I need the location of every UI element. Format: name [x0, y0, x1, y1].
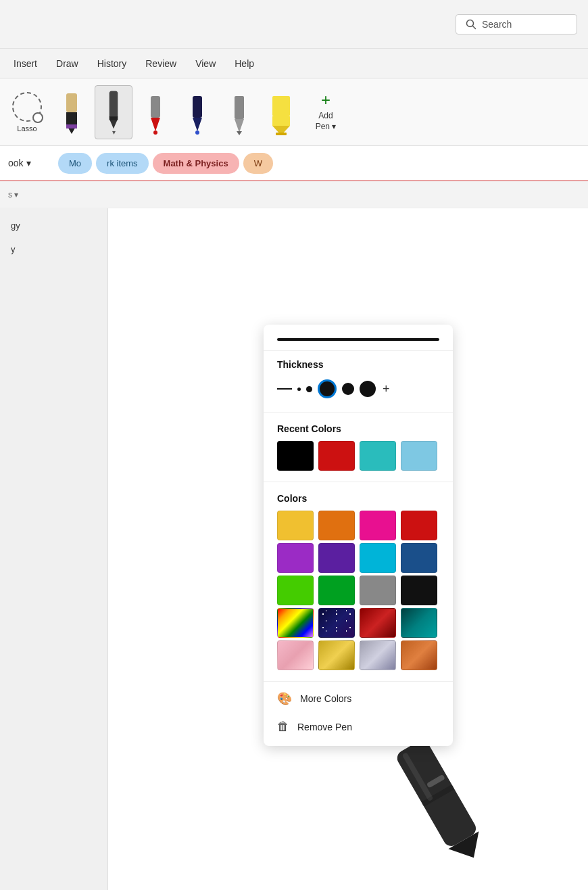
thickness-label: Thickness — [277, 359, 439, 370]
menu-review[interactable]: Review — [137, 54, 185, 73]
thickness-1[interactable] — [277, 388, 292, 390]
pen-dropdown: Thickness + Recent Colors — [264, 325, 453, 746]
add-pen-label: AddPen ▾ — [316, 111, 337, 132]
pen1-svg — [61, 91, 82, 137]
sidebar-item-gy[interactable]: gy — [0, 214, 107, 237]
colors-label: Colors — [277, 493, 439, 504]
pen-tool-3[interactable] — [137, 85, 174, 139]
color-black[interactable] — [401, 576, 437, 605]
texture-teal[interactable] — [401, 608, 437, 638]
menu-view[interactable]: View — [187, 54, 224, 73]
svg-marker-7 — [109, 118, 118, 128]
color-green[interactable] — [318, 576, 355, 605]
svg-point-14 — [195, 131, 199, 135]
notebook-chevron: ▾ — [26, 158, 31, 168]
toolbar: Lasso ▾ — [0, 78, 588, 146]
tab-math-physics[interactable]: Math & Physics — [153, 153, 239, 174]
svg-rect-18 — [272, 96, 290, 116]
tab-mo[interactable]: Mo — [58, 153, 92, 174]
pen-tool-1[interactable] — [53, 85, 91, 139]
color-gray[interactable] — [360, 576, 396, 605]
recent-colors-section: Recent Colors — [264, 415, 453, 479]
section-header: s ▾ — [0, 181, 588, 208]
texture-grid-2 — [277, 640, 439, 670]
menu-bar: Insert Draw History Review View Help — [0, 49, 588, 78]
color-navy[interactable] — [401, 543, 437, 573]
thickness-3[interactable] — [306, 386, 312, 392]
svg-marker-16 — [235, 119, 244, 133]
sidebar: gy y — [0, 208, 108, 890]
svg-rect-19 — [272, 116, 290, 126]
menu-insert[interactable]: Insert — [5, 54, 45, 73]
recent-color-teal[interactable] — [360, 441, 396, 471]
texture-silver[interactable] — [360, 640, 396, 670]
remove-pen-icon: 🗑 — [277, 720, 289, 734]
recent-color-lightblue[interactable] — [401, 441, 437, 471]
pen3-svg — [146, 91, 165, 137]
pen-tool-5[interactable] — [220, 85, 258, 139]
lasso-tool[interactable]: Lasso — [5, 85, 49, 139]
more-colors-button[interactable]: 🎨 More Colors — [264, 684, 453, 713]
svg-rect-9 — [151, 96, 160, 118]
pen4-svg — [188, 91, 207, 137]
menu-help[interactable]: Help — [226, 54, 262, 73]
thickness-plus[interactable]: + — [383, 382, 390, 396]
thickness-6[interactable] — [360, 381, 376, 397]
tab-work-items[interactable]: rk items — [96, 153, 149, 174]
color-orange[interactable] — [318, 511, 355, 540]
pen-tool-4[interactable] — [178, 85, 216, 139]
svg-rect-12 — [193, 96, 202, 118]
color-darkpurple[interactable] — [318, 543, 355, 573]
add-pen-button[interactable]: + AddPen ▾ — [304, 85, 347, 139]
thickness-4-selected[interactable] — [318, 379, 337, 398]
pen-stroke-preview — [277, 338, 439, 341]
recent-color-red[interactable] — [318, 441, 355, 471]
sidebar-item-y[interactable]: y — [0, 237, 107, 261]
remove-pen-label: Remove Pen — [297, 722, 352, 732]
pen2-svg — [103, 89, 124, 130]
search-box[interactable]: Search — [456, 14, 577, 34]
color-purple[interactable] — [277, 543, 314, 573]
main-content: Thickness + Recent Colors — [108, 208, 588, 890]
thickness-2[interactable] — [297, 388, 301, 391]
texture-crimson[interactable] — [360, 608, 396, 638]
svg-rect-6 — [109, 91, 118, 118]
recent-color-black[interactable] — [277, 441, 314, 471]
color-lime[interactable] — [277, 576, 314, 605]
color-pink[interactable] — [360, 511, 396, 540]
texture-rainbow[interactable] — [277, 608, 314, 638]
texture-pink-soft[interactable] — [277, 640, 314, 670]
color-cyan[interactable] — [360, 543, 396, 573]
svg-rect-5 — [66, 124, 77, 128]
thickness-5[interactable] — [342, 383, 354, 395]
svg-rect-2 — [66, 93, 77, 112]
tab-w[interactable]: W — [243, 153, 273, 174]
color-yellow[interactable] — [277, 511, 314, 540]
svg-rect-8 — [109, 116, 118, 120]
recent-colors-label: Recent Colors — [277, 423, 439, 434]
notebook-selector[interactable]: ook ▾ — [0, 158, 54, 168]
section-chevron[interactable]: s ▾ — [5, 187, 21, 202]
top-bar: Search — [0, 0, 588, 49]
lasso-cursor-icon — [32, 112, 43, 123]
texture-galaxy[interactable] — [318, 608, 355, 638]
texture-gold[interactable] — [318, 640, 355, 670]
notebook-label: ook — [8, 158, 24, 168]
svg-rect-21 — [276, 133, 287, 135]
thickness-row: + — [277, 377, 439, 404]
menu-history[interactable]: History — [89, 54, 135, 73]
pen5-svg — [230, 91, 249, 137]
divider-1 — [264, 412, 453, 413]
svg-marker-13 — [193, 118, 202, 131]
pen-tool-2[interactable]: ▾ — [95, 85, 132, 139]
search-icon — [466, 19, 476, 30]
pen-tool-6[interactable] — [262, 85, 300, 139]
lasso-circle — [12, 92, 42, 122]
svg-marker-17 — [237, 131, 242, 135]
color-red[interactable] — [401, 511, 437, 540]
menu-draw[interactable]: Draw — [48, 54, 87, 73]
color-grid-3 — [277, 576, 439, 605]
lasso-label: Lasso — [17, 124, 36, 133]
texture-wood[interactable] — [401, 640, 437, 670]
remove-pen-button[interactable]: 🗑 Remove Pen — [264, 713, 453, 741]
